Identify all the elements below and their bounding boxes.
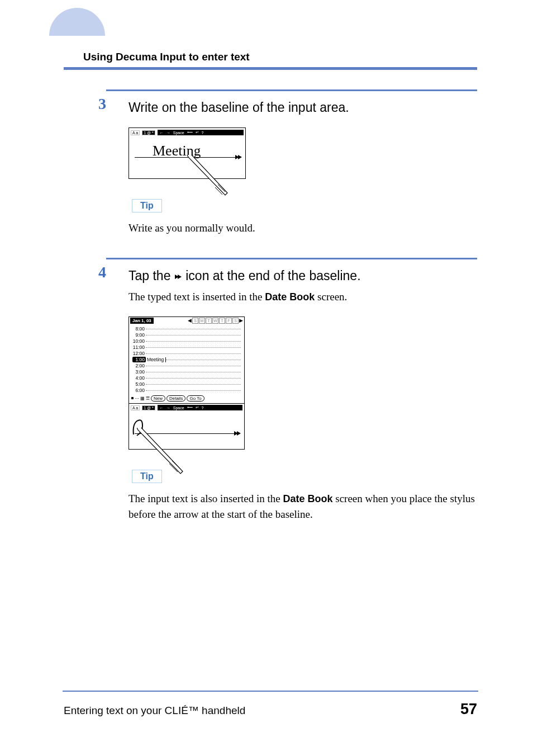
datebook-buttons: ⋯ ▦ ☰ New Details Go To bbox=[129, 394, 244, 403]
help-icon[interactable]: ? bbox=[202, 406, 204, 410]
header-rule bbox=[64, 67, 477, 70]
step-number-4: 4 bbox=[89, 263, 106, 281]
datebook-date: Jan 1, 03 bbox=[130, 318, 154, 324]
datebook-header: Jan 1, 03 ◀ S M T W T F S ▶ bbox=[129, 317, 244, 324]
step4-heading: Tap the icon at the end of the baseline. bbox=[129, 267, 477, 285]
svg-marker-3 bbox=[137, 428, 183, 474]
figure-input-area: A a 1 @ * ← → Space ⟵ ↵ ? Meeti bbox=[129, 127, 477, 179]
tip-label: Tip bbox=[132, 199, 162, 212]
weekday[interactable]: F bbox=[226, 318, 232, 324]
page-title: Using Decuma Input to enter text bbox=[83, 51, 250, 69]
weekday[interactable]: T bbox=[206, 318, 212, 324]
hour-label[interactable]: 6:00 bbox=[132, 388, 146, 393]
hour-label[interactable]: 12:00 bbox=[132, 351, 146, 356]
selected-row[interactable]: 1:00 Meeting bbox=[132, 357, 241, 363]
help-icon[interactable]: ? bbox=[202, 131, 204, 135]
footer-rule bbox=[63, 691, 478, 692]
hour-label[interactable]: 9:00 bbox=[132, 332, 146, 338]
enter-icon[interactable]: ↵ bbox=[196, 130, 199, 135]
mode-num-btn[interactable]: 1 @ * bbox=[142, 405, 155, 410]
space-btn[interactable]: Space bbox=[173, 131, 184, 135]
page-footer: Entering text on your CLIÉ™ handheld 57 bbox=[64, 691, 477, 718]
space-btn[interactable]: Space bbox=[173, 406, 184, 410]
input-toolbar: A a 1 @ * ← → Space ⟵ ↵ ? bbox=[129, 128, 245, 137]
footer-text: Entering text on your CLIÉ™ handheld bbox=[64, 705, 245, 717]
weekday[interactable]: S bbox=[192, 318, 198, 324]
figure-datebook: Jan 1, 03 ◀ S M T W T F S ▶ bbox=[129, 316, 477, 450]
datebook-body: 8:00 9:00 10:00 11:00 12:00 1:00 Meeting… bbox=[129, 324, 244, 394]
step-4: 4 Tap the icon at the end of the baselin… bbox=[106, 258, 477, 523]
hour-label[interactable]: 10:00 bbox=[132, 338, 146, 344]
details-button[interactable]: Details bbox=[166, 395, 185, 401]
view-icon[interactable]: ☰ bbox=[146, 396, 150, 401]
writing-area[interactable]: Meeting bbox=[129, 137, 245, 178]
backspace-icon[interactable]: ⟵ bbox=[187, 405, 193, 410]
arrow-right-icon[interactable]: → bbox=[166, 131, 170, 135]
hour-label[interactable]: 2:00 bbox=[132, 363, 146, 368]
mode-text-btn[interactable]: A a bbox=[131, 130, 140, 135]
step-3: 3 Write on the baseline of the input are… bbox=[106, 89, 477, 237]
mode-text-btn[interactable]: A a bbox=[131, 405, 140, 410]
step4-body: The typed text is inserted in the Date B… bbox=[129, 289, 477, 305]
enter-icon[interactable]: ↵ bbox=[196, 405, 199, 410]
backspace-icon[interactable]: ⟵ bbox=[187, 130, 193, 135]
arrow-right-icon[interactable]: → bbox=[166, 406, 170, 410]
arrow-icon bbox=[174, 273, 182, 281]
hour-label[interactable]: 5:00 bbox=[132, 381, 146, 387]
hour-label[interactable]: 3:00 bbox=[132, 369, 146, 375]
new-button[interactable]: New bbox=[151, 395, 165, 401]
toolbar-actions: ← → Space ⟵ ↵ ? bbox=[158, 405, 242, 410]
mode-num-btn[interactable]: 1 @ * bbox=[142, 130, 155, 135]
tip-text-2: The input text is also inserted in the D… bbox=[129, 491, 477, 523]
weekday[interactable]: W bbox=[212, 318, 218, 324]
arrow-left-icon[interactable]: ← bbox=[160, 131, 164, 135]
stylus-icon bbox=[137, 428, 187, 478]
page-header: Using Decuma Input to enter text bbox=[0, 0, 533, 73]
hour-label[interactable]: 11:00 bbox=[132, 344, 146, 350]
input-toolbar-2: A a 1 @ * ← → Space ⟵ ↵ ? bbox=[129, 403, 244, 412]
weekday[interactable]: T bbox=[219, 318, 225, 324]
insert-arrow-icon[interactable] bbox=[234, 430, 241, 437]
goto-button[interactable]: Go To bbox=[187, 395, 204, 401]
stylus-icon bbox=[187, 155, 232, 200]
tip-text: Write as you normally would. bbox=[129, 220, 477, 237]
step3-heading: Write on the baseline of the input area. bbox=[129, 99, 477, 116]
toolbar-actions: ← → Space ⟵ ↵ ? bbox=[158, 130, 244, 135]
step-rule bbox=[106, 258, 477, 259]
hour-label[interactable]: 8:00 bbox=[132, 326, 146, 332]
next-week-icon[interactable]: ▶ bbox=[239, 318, 243, 323]
weekday[interactable]: S bbox=[232, 318, 239, 324]
selected-entry: Meeting bbox=[146, 357, 165, 362]
insert-arrow-icon[interactable] bbox=[235, 154, 242, 160]
writing-area-2[interactable] bbox=[129, 412, 244, 449]
view-icon[interactable] bbox=[131, 397, 134, 399]
page-number: 57 bbox=[460, 701, 477, 718]
selected-time: 1:00 bbox=[132, 357, 146, 362]
step-number-3: 3 bbox=[89, 95, 106, 113]
view-icon[interactable]: ▦ bbox=[140, 396, 145, 401]
step-rule bbox=[106, 89, 477, 91]
arrow-left-icon[interactable]: ← bbox=[160, 406, 164, 410]
view-icon[interactable]: ⋯ bbox=[135, 396, 139, 401]
prev-week-icon[interactable]: ◀ bbox=[188, 318, 192, 323]
weekday[interactable]: M bbox=[199, 318, 205, 324]
hour-label[interactable]: 4:00 bbox=[132, 375, 146, 381]
svg-marker-0 bbox=[187, 155, 227, 195]
